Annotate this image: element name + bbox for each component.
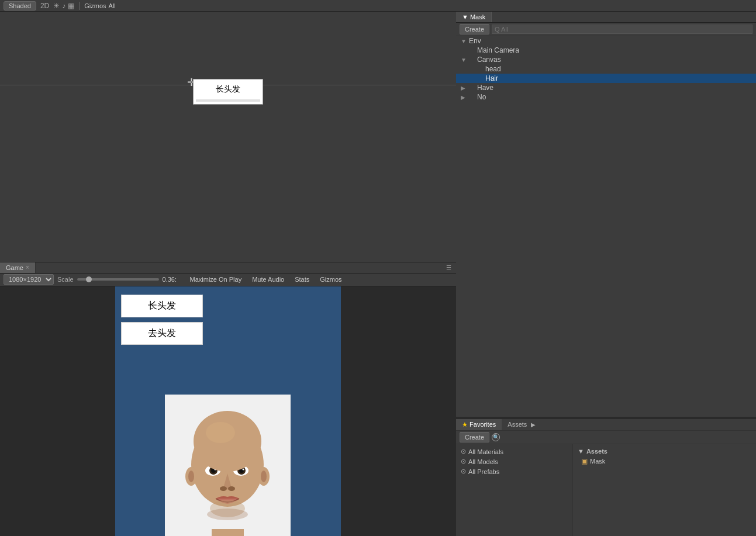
all-materials-label: All Materials bbox=[468, 448, 503, 455]
scene-popup-bar bbox=[196, 99, 260, 102]
all-label: All bbox=[109, 2, 116, 9]
scene-viewport: ✛ 长头发 bbox=[0, 12, 456, 262]
remove-hair-button[interactable]: 去头发 bbox=[121, 322, 203, 345]
models-search-icon: ⊙ bbox=[461, 458, 466, 465]
svg-rect-1 bbox=[212, 529, 244, 537]
shaded-button[interactable]: Shaded bbox=[4, 1, 36, 11]
mask-folder-icon: ▣ bbox=[581, 457, 588, 465]
env-label: Env bbox=[469, 37, 481, 45]
hierarchy-item-env[interactable]: ▼ Env bbox=[456, 36, 756, 46]
hierarchy-tabs: ▼ Mask bbox=[456, 12, 756, 23]
resolution-select[interactable]: 1080×1920 bbox=[4, 274, 54, 285]
main-camera-label: Main Camera bbox=[477, 46, 519, 54]
game-blue-area: 长头发 去头发 bbox=[115, 286, 341, 537]
project-tab-assets[interactable]: Assets ▶ bbox=[502, 419, 541, 430]
project-panel: ★ Favorites Assets ▶ Create 🔍 ⊙ bbox=[456, 419, 756, 536]
assets-tab-label: Assets bbox=[508, 421, 527, 428]
tab-options-icon[interactable]: ☰ bbox=[441, 264, 456, 271]
hierarchy-item-head[interactable]: head bbox=[456, 64, 756, 74]
svg-point-22 bbox=[206, 422, 235, 443]
game-right-area bbox=[341, 286, 456, 537]
hair-label: Hair bbox=[485, 74, 498, 82]
hierarchy-item-have[interactable]: ▶ Have bbox=[456, 83, 756, 92]
scale-slider-thumb[interactable] bbox=[86, 276, 92, 282]
hierarchy-controls: Create bbox=[456, 23, 756, 36]
svg-point-20 bbox=[261, 471, 267, 482]
camera-icon: ▦ bbox=[68, 2, 74, 10]
head-photo bbox=[165, 395, 291, 537]
scene-popup[interactable]: 长头发 bbox=[193, 79, 263, 105]
env-expand-arrow[interactable]: ▼ bbox=[461, 38, 469, 44]
main-area: ✛ 长头发 Game × ☰ 1080×1920 Scale bbox=[0, 12, 756, 536]
materials-search-icon: ⊙ bbox=[461, 448, 466, 455]
game-left-sidebar bbox=[0, 286, 115, 537]
favorites-all-materials[interactable]: ⊙ All Materials bbox=[458, 447, 570, 457]
scene-content: ✛ 长头发 bbox=[0, 12, 456, 262]
audio-icon: ♪ bbox=[62, 2, 65, 10]
prefabs-search-icon: ⊙ bbox=[461, 468, 466, 475]
scale-value: 0.36: bbox=[163, 276, 183, 283]
assets-expand-icon: ▶ bbox=[531, 421, 536, 428]
canvas-label: Canvas bbox=[477, 56, 501, 64]
scale-label: Scale bbox=[57, 276, 74, 283]
hierarchy-item-canvas[interactable]: ▼ Canvas bbox=[456, 55, 756, 64]
hierarchy-tab-mask[interactable]: ▼ Mask bbox=[456, 12, 492, 22]
mute-audio-button[interactable]: Mute Audio bbox=[248, 275, 288, 284]
favorites-all-models[interactable]: ⊙ All Models bbox=[458, 457, 570, 466]
game-tab-label: Game bbox=[6, 264, 23, 271]
hierarchy-item-hair[interactable]: Hair bbox=[456, 74, 756, 83]
game-content: 长头发 去头发 bbox=[0, 286, 456, 537]
project-tabs: ★ Favorites Assets ▶ bbox=[456, 419, 756, 431]
game-tab-bar: Game × ☰ bbox=[0, 262, 456, 274]
head-label: head bbox=[485, 65, 501, 73]
2d-button[interactable]: 2D bbox=[39, 2, 51, 10]
svg-point-13 bbox=[243, 468, 244, 470]
svg-point-14 bbox=[220, 486, 227, 491]
project-tab-favorites[interactable]: ★ Favorites bbox=[456, 419, 502, 430]
game-tab-close[interactable]: × bbox=[26, 264, 29, 271]
project-content: ⊙ All Materials ⊙ All Models ⊙ All Prefa… bbox=[456, 444, 756, 536]
hierarchy-item-main-camera[interactable]: Main Camera bbox=[456, 46, 756, 55]
asset-item-mask[interactable]: ▣ Mask bbox=[575, 456, 754, 466]
assets-header-label: Assets bbox=[586, 448, 607, 455]
svg-point-15 bbox=[228, 486, 235, 491]
left-panel: ✛ 长头发 Game × ☰ 1080×1920 Scale bbox=[0, 12, 456, 536]
project-search-icon[interactable]: 🔍 bbox=[492, 433, 500, 441]
face-illustration bbox=[165, 395, 291, 537]
mask-asset-label: Mask bbox=[590, 458, 605, 465]
stats-button[interactable]: Stats bbox=[291, 275, 313, 284]
toolbar-left: Shaded 2D ☀ ♪ ▦ Gizmos All bbox=[0, 1, 119, 11]
svg-point-19 bbox=[188, 471, 194, 482]
assets-expand-arrow[interactable]: ▼ bbox=[578, 448, 584, 455]
project-controls: Create 🔍 bbox=[456, 431, 756, 444]
game-tab[interactable]: Game × bbox=[0, 262, 36, 273]
have-label: Have bbox=[477, 84, 493, 92]
no-label: No bbox=[477, 93, 486, 101]
scene-popup-title: 长头发 bbox=[196, 82, 260, 97]
all-models-label: All Models bbox=[468, 458, 498, 465]
favorites-all-prefabs[interactable]: ⊙ All Prefabs bbox=[458, 466, 570, 476]
gizmos-label: Gizmos bbox=[84, 2, 106, 9]
favorites-tab-label: Favorites bbox=[470, 421, 496, 428]
right-panel: ▼ Mask Create ▼ Env bbox=[456, 12, 756, 536]
star-icon: ★ bbox=[462, 421, 468, 428]
toolbar-separator bbox=[79, 2, 80, 10]
maximize-on-play-button[interactable]: Maximize On Play bbox=[187, 275, 246, 284]
svg-point-23 bbox=[207, 509, 248, 520]
hierarchy-panel: ▼ Env Main Camera ▼ Canvas bbox=[456, 36, 756, 417]
hierarchy-tab-label: ▼ bbox=[462, 13, 470, 20]
all-prefabs-label: All Prefabs bbox=[468, 468, 499, 475]
assets-section-header: ▼ Assets bbox=[575, 447, 754, 456]
hierarchy-item-no[interactable]: ▶ No bbox=[456, 92, 756, 102]
gizmos-button[interactable]: Gizmos bbox=[316, 275, 345, 284]
hierarchy-section: ▼ Mask Create ▼ Env bbox=[456, 12, 756, 417]
scale-slider[interactable] bbox=[77, 278, 159, 281]
hierarchy-search-input[interactable] bbox=[492, 25, 752, 34]
project-create-button[interactable]: Create bbox=[460, 432, 489, 442]
light-icon: ☀ bbox=[53, 2, 60, 10]
hierarchy-create-button[interactable]: Create bbox=[460, 24, 489, 34]
hierarchy-tab-mask-label: Mask bbox=[470, 13, 485, 20]
game-controls-bar: 1080×1920 Scale 0.36: Maximize On Play M… bbox=[0, 274, 456, 286]
game-viewport: 长头发 去头发 bbox=[0, 286, 456, 537]
long-hair-button[interactable]: 长头发 bbox=[121, 295, 203, 317]
